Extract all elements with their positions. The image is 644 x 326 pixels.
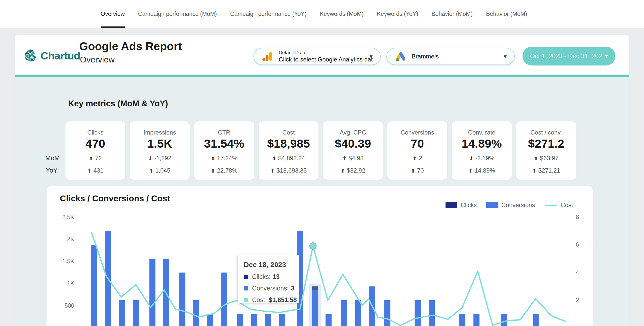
metric-mom-delta: ⬇-2.19%: [452, 155, 512, 162]
hovered-bar-cap: [312, 286, 318, 290]
conversions-bar[interactable]: [473, 314, 479, 326]
scorecard-row: Clicks 470 ⬆72 ⬆431 Impressions 1.5K ⬇-1…: [65, 121, 576, 180]
metric-yoy-delta: ⬆1,045: [130, 167, 190, 174]
conversions-bar[interactable]: [119, 300, 125, 326]
metric-title: Clicks: [65, 129, 125, 136]
metric-title: CTR: [194, 129, 254, 136]
delta-arrow-icon: ⬆: [468, 168, 473, 174]
conversions-bar[interactable]: [237, 314, 243, 326]
ads-account-selector[interactable]: Brammels ▾: [386, 48, 515, 65]
chevron-down-icon: ▾: [504, 53, 507, 60]
accent-divider: [15, 75, 629, 77]
delta-arrow-icon: ⬆: [149, 168, 154, 174]
conversions-bar[interactable]: [149, 259, 155, 326]
tab-overview[interactable]: Overview: [101, 0, 125, 28]
yoy-row-label: YoY: [46, 167, 58, 174]
metric-title: Cost: [259, 129, 318, 136]
conversions-bar[interactable]: [91, 245, 97, 326]
report-canvas: Chartud Google Ads Report Overview Defau…: [15, 35, 629, 326]
conversions-swatch-icon: [486, 202, 498, 208]
metric-yoy-delta: ⬆70: [387, 167, 447, 174]
metric-title: Cost / conv.: [516, 129, 576, 136]
conversions-bar[interactable]: [193, 300, 199, 326]
conversions-bar[interactable]: [429, 300, 435, 326]
delta-arrow-icon: ⬆: [534, 155, 538, 161]
metric-mom-delta: ⬆$63.97: [516, 155, 576, 162]
page-title: Google Ads Report: [79, 40, 182, 53]
metric-title: Conversions: [387, 129, 447, 136]
delta-arrow-icon: ⬆: [411, 168, 415, 174]
metric-yoy-delta: ⬆$32.92: [323, 167, 383, 174]
metric-title: Avg. CPC: [323, 129, 383, 136]
ga-selector-label: Default Data: [279, 50, 373, 56]
delta-arrow-icon: ⬆: [532, 168, 537, 174]
scorecard-cost-per-conv: Cost / conv. $271.2 ⬆$63.97 ⬆$271.21: [516, 121, 576, 180]
tooltip-row-clicks: Clicks: 13: [244, 273, 299, 280]
conversions-bar[interactable]: [251, 314, 257, 326]
legend-item-conversions: Conversions: [486, 202, 535, 209]
report-tab-bar: Overview Campaign performance (MoM) Camp…: [0, 0, 644, 28]
conversions-bar[interactable]: [501, 314, 507, 326]
conversions-bar[interactable]: [341, 300, 347, 326]
metric-title: Conv. rate: [452, 129, 512, 136]
conversions-bar[interactable]: [279, 314, 285, 326]
conversions-bar[interactable]: [459, 314, 465, 326]
conversions-bar[interactable]: [355, 300, 361, 326]
brand-name: Chartud: [41, 50, 80, 62]
metric-value: 14.89%: [452, 137, 512, 150]
tab-keywords-yoy[interactable]: Keywords (YoY): [377, 0, 418, 28]
tooltip-row-conversions: Conversions: 3: [244, 285, 299, 292]
delta-arrow-icon: ⬆: [272, 155, 276, 161]
conversions-bar[interactable]: [326, 314, 332, 326]
conversions-bar[interactable]: [221, 273, 227, 326]
cost-line[interactable]: [92, 233, 566, 325]
ads-account-value: Brammels: [412, 53, 439, 60]
scorecard-cost: Cost $18,985 ⬆$4,892.24 ⬆$18,693.35: [259, 121, 318, 180]
clicks-swatch-icon: [244, 275, 248, 279]
metric-value: 470: [65, 137, 125, 150]
y-axis-right-tick: 4: [576, 269, 579, 276]
hover-dot: [310, 243, 316, 249]
legend-item-clicks: Clicks: [446, 202, 477, 209]
metric-value: 31.54%: [194, 137, 254, 150]
conversions-bar[interactable]: [384, 300, 390, 326]
metric-mom-delta: ⬆$4,892.24: [259, 155, 318, 162]
conversions-bar[interactable]: [179, 273, 185, 326]
timeseries-plot[interactable]: [89, 213, 571, 326]
conversions-bar[interactable]: [207, 314, 213, 326]
tab-behavior-mom-2[interactable]: Behavior (MoM): [486, 0, 527, 28]
scorecard-ctr: CTR 31.54% ⬆17.24% ⬆22.78%: [194, 121, 254, 180]
conversions-bar[interactable]: [533, 314, 539, 326]
delta-arrow-icon: ⬇: [148, 155, 153, 161]
metric-title: Impressions: [130, 129, 190, 136]
delta-arrow-icon: ⬆: [342, 155, 347, 161]
delta-arrow-icon: ⬆: [211, 155, 215, 161]
y-axis-left-tick: 500: [57, 302, 74, 309]
date-range-value: Oct 1, 2023 - Dec 31, 202: [530, 52, 602, 60]
tooltip-date: Dec 18, 2023: [244, 261, 299, 269]
tab-keywords-mom[interactable]: Keywords (MoM): [320, 0, 364, 28]
metric-yoy-delta: ⬆14.89%: [452, 167, 512, 174]
scorecard-avg-cpc: Avg. CPC $40.39 ⬆$4.98 ⬆$32.92: [323, 121, 383, 180]
tab-campaign-performance-yoy[interactable]: Campaign performance (YoY): [230, 0, 306, 28]
conversions-bar[interactable]: [265, 314, 271, 326]
tab-campaign-performance-mom[interactable]: Campaign performance (MoM): [138, 0, 217, 28]
date-range-button[interactable]: Oct 1, 2023 - Dec 31, 202 ▾: [522, 47, 615, 66]
conversions-bar[interactable]: [415, 300, 421, 326]
clicks-conversions-cost-chart-card: Clicks / Conversions / Cost Clicks Conve…: [47, 186, 593, 326]
metric-mom-delta: ⬇-1,292: [130, 155, 190, 162]
metric-yoy-delta: ⬆22.78%: [194, 167, 254, 174]
chart-legend: Clicks Conversions Cost: [446, 202, 573, 209]
y-axis-right-tick: 8: [576, 214, 579, 220]
conversions-bar[interactable]: [312, 286, 318, 326]
metric-mom-delta: ⬆2: [387, 155, 447, 162]
clicks-swatch-icon: [446, 202, 457, 208]
metric-mom-delta: ⬆$4.98: [323, 155, 383, 162]
scorecard-conv-rate: Conv. rate 14.89% ⬇-2.19% ⬆14.89%: [452, 121, 512, 180]
conversions-bar[interactable]: [133, 300, 139, 326]
ga-data-source-selector[interactable]: Default Data Click to select Google Anal…: [254, 48, 381, 65]
metric-mom-delta: ⬆72: [65, 155, 125, 162]
delta-arrow-icon: ⬆: [89, 155, 93, 161]
tab-behavior-mom-1[interactable]: Behavior (MoM): [431, 0, 473, 28]
chart-tooltip: Dec 18, 2023 Clicks: 13 Conversions: 3 C…: [237, 255, 299, 303]
